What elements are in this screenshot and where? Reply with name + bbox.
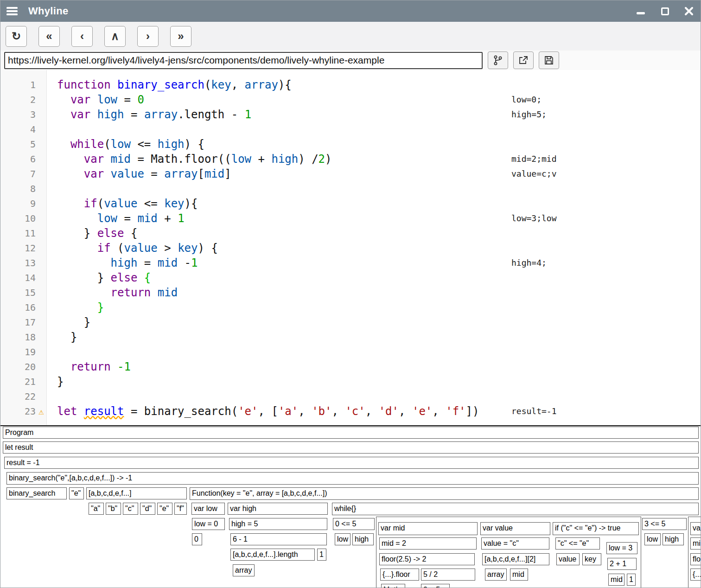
trace-node[interactable]: [a,b,c,d,e,f...]: [86, 487, 187, 499]
trace-node[interactable]: 1: [627, 574, 636, 586]
trace-node[interactable]: 0 <= 5: [333, 518, 375, 530]
trace-node[interactable]: low = 0: [192, 518, 225, 530]
code-line[interactable]: 17 }: [0, 315, 701, 330]
trace-node[interactable]: 2 + 1: [607, 558, 637, 570]
trace-node[interactable]: [a,b,c,d,e,f...][2]: [482, 553, 549, 565]
trace-node[interactable]: "f": [174, 503, 187, 515]
code-text[interactable]: function binary_search(key, array){: [47, 77, 701, 92]
code-text[interactable]: } else {: [47, 226, 701, 241]
code-line[interactable]: 5 while(low <= high) {: [0, 137, 701, 152]
trace-node[interactable]: high: [352, 533, 374, 545]
url-input[interactable]: [4, 52, 483, 69]
code-text[interactable]: low = mid + 1low=3;low: [47, 211, 701, 226]
trace-node[interactable]: key: [582, 553, 601, 565]
code-line[interactable]: 1function binary_search(key, array){: [0, 77, 701, 92]
code-text[interactable]: }: [47, 315, 701, 330]
trace-node[interactable]: 6 - 1: [230, 533, 327, 545]
code-line[interactable]: 21}: [0, 374, 701, 389]
trace-node[interactable]: "a": [89, 503, 104, 515]
trace-node[interactable]: Math: [381, 584, 405, 588]
nav-up-button[interactable]: ∧: [104, 26, 126, 47]
code-text[interactable]: if(value <= key){: [47, 196, 701, 211]
code-line[interactable]: 16 }: [0, 300, 701, 315]
trace-node[interactable]: low: [644, 533, 661, 545]
code-line[interactable]: 11 } else {: [0, 226, 701, 241]
branch-button[interactable]: [488, 51, 508, 69]
code-text[interactable]: return mid: [47, 285, 701, 300]
trace-node[interactable]: while{}: [332, 503, 699, 515]
save-button[interactable]: [539, 51, 559, 69]
trace-node[interactable]: {...: [690, 569, 701, 581]
code-text[interactable]: var high = array.length - 1high=5;: [47, 107, 701, 122]
code-text[interactable]: high = mid -1high=4;: [47, 256, 701, 270]
close-button[interactable]: [683, 5, 695, 17]
minimize-button[interactable]: [635, 5, 647, 17]
code-text[interactable]: var low = 0low=0;: [47, 92, 701, 107]
trace-node[interactable]: value = "c": [481, 537, 549, 550]
trace-node[interactable]: mid: [510, 569, 528, 581]
code-line[interactable]: 23⚠let result = binary_search('e', ['a',…: [0, 404, 701, 419]
menu-icon[interactable]: [6, 6, 18, 16]
trace-node[interactable]: high = 5: [229, 518, 327, 530]
code-text[interactable]: let result = binary_search('e', ['a', 'b…: [47, 404, 701, 419]
code-text[interactable]: var value = array[mid]value=c;v: [47, 166, 701, 181]
trace-node[interactable]: {...}.floor: [380, 569, 419, 581]
refresh-button[interactable]: ↻: [6, 26, 27, 47]
trace-node[interactable]: let result: [3, 441, 699, 454]
trace-node[interactable]: [a,b,c,d,e,f...].length: [230, 549, 315, 561]
code-line[interactable]: 22: [0, 389, 701, 404]
trace-node[interactable]: 5 / 2: [421, 569, 475, 581]
code-line[interactable]: 2 var low = 0low=0;: [0, 92, 701, 107]
trace-node[interactable]: va: [690, 522, 701, 535]
trace-node[interactable]: result = -1: [4, 457, 699, 469]
code-line[interactable]: 4: [0, 122, 701, 137]
trace-node[interactable]: "e": [69, 487, 84, 499]
trace-node[interactable]: mid: [608, 574, 625, 586]
nav-first-button[interactable]: «: [38, 26, 60, 47]
code-text[interactable]: [47, 389, 701, 404]
trace-node[interactable]: value: [556, 553, 580, 565]
maximize-button[interactable]: [659, 5, 671, 17]
trace-node[interactable]: array: [485, 569, 507, 581]
code-line[interactable]: 13 high = mid -1high=4;: [0, 256, 701, 270]
code-text[interactable]: if (value > key) {: [47, 241, 701, 256]
trace-node[interactable]: low: [335, 533, 350, 545]
code-text[interactable]: } else {: [47, 270, 701, 285]
code-text[interactable]: }: [47, 374, 701, 389]
code-line[interactable]: 19: [0, 345, 701, 359]
code-text[interactable]: var mid = Math.floor((low + high) /2)mid…: [47, 152, 701, 166]
trace-node[interactable]: mi: [690, 537, 701, 550]
trace-node[interactable]: "b": [106, 503, 121, 515]
code-line[interactable]: 6 var mid = Math.floor((low + high) /2)m…: [0, 152, 701, 166]
code-line[interactable]: 9 if(value <= key){: [0, 196, 701, 211]
code-line[interactable]: 18 }: [0, 330, 701, 345]
code-line[interactable]: 10 low = mid + 1low=3;low: [0, 211, 701, 226]
code-line[interactable]: 8: [0, 181, 701, 196]
trace-node[interactable]: array: [233, 564, 255, 576]
trace-node[interactable]: var mid: [378, 522, 478, 535]
code-editor[interactable]: 1function binary_search(key, array){2 va…: [0, 70, 701, 425]
code-text[interactable]: while(low <= high) {: [47, 137, 701, 152]
trace-node[interactable]: "c" <= "e": [555, 537, 600, 550]
trace-node[interactable]: 0: [192, 533, 202, 545]
trace-node[interactable]: mid = 2: [379, 537, 477, 550]
open-external-button[interactable]: [513, 51, 534, 69]
code-text[interactable]: }: [47, 300, 701, 315]
nav-back-button[interactable]: ‹: [71, 26, 93, 47]
trace-node[interactable]: flo: [690, 553, 701, 565]
trace-node[interactable]: if ("c" <= "e") -> true: [553, 522, 639, 535]
trace-node[interactable]: 0 + 5: [421, 584, 450, 588]
code-text[interactable]: [47, 122, 701, 137]
trace-node[interactable]: binary_search("e",[a,b,c,d,e,f...]) -> -…: [6, 472, 699, 485]
trace-node[interactable]: high: [663, 533, 684, 545]
code-line[interactable]: 20 return -1: [0, 359, 701, 374]
trace-node[interactable]: Function(key = "e", array = [a,b,c,d,e,f…: [190, 487, 699, 500]
code-line[interactable]: 14 } else {: [0, 270, 701, 285]
code-text[interactable]: }: [47, 330, 701, 345]
trace-node[interactable]: 3 <= 5: [642, 518, 687, 530]
code-line[interactable]: 15 return mid: [0, 285, 701, 300]
nav-forward-button[interactable]: ›: [137, 26, 159, 47]
trace-node[interactable]: "c": [123, 503, 138, 515]
code-text[interactable]: return -1: [47, 359, 701, 374]
trace-node[interactable]: var high: [228, 503, 328, 515]
